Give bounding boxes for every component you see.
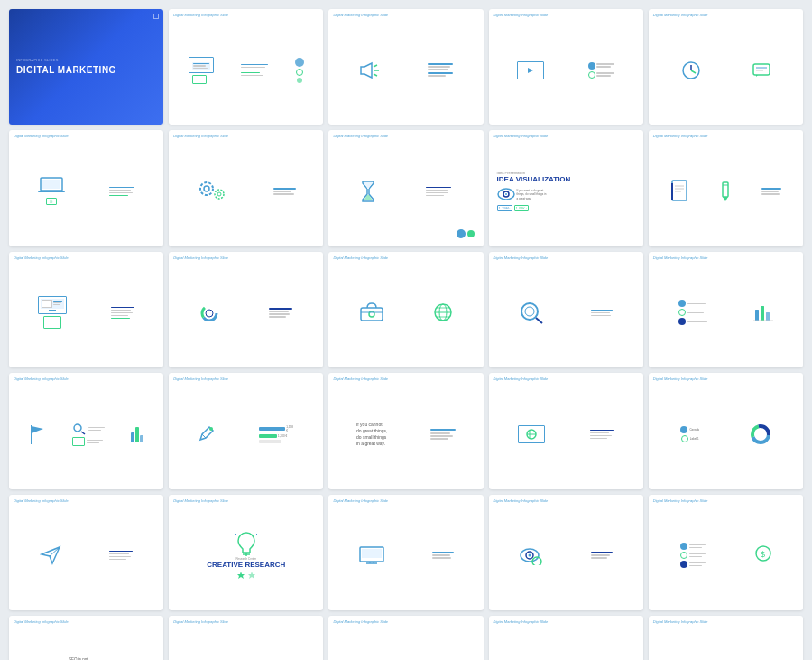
- star-icon: [236, 571, 245, 580]
- slide-25-header: Digital Marketing Infographic Slide: [653, 498, 708, 503]
- pencil-icon: [720, 181, 731, 202]
- slide-23: Digital Marketing Infographic Slide: [328, 495, 483, 610]
- monitor-icon: [38, 296, 67, 314]
- browser-icon: [189, 57, 214, 73]
- megaphone-icon: [359, 61, 381, 79]
- slide-27-header: Digital Marketing Infographic Slide: [173, 619, 228, 624]
- clock-icon: [681, 60, 701, 80]
- svg-marker-66: [248, 572, 255, 579]
- laptop2-icon: [518, 425, 545, 443]
- slide-27: Digital Marketing Infographic Slide: [169, 616, 323, 660]
- slide-4: Digital Marketing Infographic Slide: [489, 9, 643, 125]
- svg-rect-27: [723, 182, 728, 197]
- slide-26-header: Digital Marketing Infographic Slide: [14, 619, 69, 624]
- slide-5: Digital Marketing Infographic Slide: [649, 9, 803, 125]
- svg-line-43: [536, 318, 542, 323]
- slide-7: Digital Marketing Infographic Slide: [169, 130, 323, 246]
- svg-rect-8: [753, 64, 770, 75]
- eye-magnify-icon: [519, 545, 544, 565]
- pen-icon: [197, 425, 215, 443]
- slide-18: Digital Marketing Infographic Slide If y…: [328, 373, 483, 488]
- svg-line-51: [202, 434, 206, 438]
- slide-25: Digital Marketing Infographic Slide $: [649, 495, 803, 610]
- slide-22-header: Digital Marketing Infographic Slide: [173, 498, 228, 503]
- svg-point-52: [209, 427, 213, 431]
- globe-icon: [433, 302, 453, 322]
- slides-grid: INFOGRAPHIC SLIDES DIGITAL MARKETING Dig…: [9, 9, 803, 660]
- slide-3: Digital Marketing Infographic Slide: [328, 9, 483, 125]
- mobile-icon: [192, 75, 207, 84]
- svg-rect-22: [672, 181, 687, 200]
- cover-title: DIGITAL MARKETING: [16, 65, 156, 75]
- slide-21-header: Digital Marketing Infographic Slide: [14, 498, 69, 503]
- creative-research-title: CREATIVE RESEARCH: [207, 561, 285, 569]
- cover-subtitle-text: INFOGRAPHIC SLIDES: [16, 59, 156, 62]
- dollar-icon: $: [755, 545, 771, 565]
- laptop-icon: [38, 177, 65, 195]
- svg-point-49: [74, 424, 81, 432]
- slide-19: Digital Marketing Infographic Slide: [489, 373, 643, 488]
- slide-15-header: Digital Marketing Infographic Slide: [653, 256, 708, 260]
- svg-rect-46: [766, 312, 770, 321]
- slide-6-header: Digital Marketing Infographic Slide: [14, 134, 69, 138]
- video-icon: [517, 61, 544, 79]
- slide-11: Digital Marketing Infographic Slide: [9, 252, 163, 367]
- paper-plane-icon: [40, 545, 61, 565]
- slide-20-header: Digital Marketing Infographic Slide: [653, 376, 708, 381]
- chat-icon: [752, 63, 770, 78]
- svg-line-64: [255, 534, 257, 535]
- slide-2: Digital Marketing Infographic Slide: [169, 9, 323, 125]
- svg-line-7: [691, 70, 696, 73]
- bag-icon: [359, 302, 384, 322]
- slide-18-header: Digital Marketing Infographic Slide: [333, 376, 388, 381]
- svg-point-21: [505, 193, 507, 195]
- slide-5-header: Digital Marketing Infographic Slide: [653, 13, 708, 17]
- svg-text:$: $: [761, 550, 765, 559]
- slide-8-header: Digital Marketing Infographic Slide: [333, 134, 388, 138]
- slide-29: Digital Marketing Infographic Slide Qual…: [489, 616, 643, 660]
- slide-30-header: Digital Marketing Infographic Slide: [653, 619, 708, 624]
- slide-16-header: Digital Marketing Infographic Slide: [14, 376, 69, 381]
- svg-rect-13: [42, 180, 60, 189]
- slide-28: Digital Marketing Infographic Slide: [328, 616, 483, 660]
- slide-17-header: Digital Marketing Infographic Slide: [173, 376, 228, 381]
- slide-21: Digital Marketing Infographic Slide: [9, 495, 163, 610]
- tablet-icon: [43, 316, 61, 329]
- slide-17: Digital Marketing Infographic Slide 1,39…: [169, 373, 323, 488]
- svg-rect-44: [755, 310, 759, 321]
- bar-chart-icon: [753, 302, 773, 322]
- slide-10-header: Digital Marketing Infographic Slide: [653, 134, 708, 138]
- slide-3-header: Digital Marketing Infographic Slide: [333, 13, 388, 17]
- svg-line-50: [81, 432, 85, 434]
- slide-23-header: Digital Marketing Infographic Slide: [333, 498, 388, 503]
- slide-13-header: Digital Marketing Infographic Slide: [333, 256, 388, 260]
- svg-marker-4: [528, 68, 533, 73]
- slide-12-header: Digital Marketing Infographic Slide: [173, 256, 228, 260]
- slide-4-header: Digital Marketing Infographic Slide: [494, 13, 549, 17]
- svg-rect-68: [362, 549, 382, 558]
- slide-11-header: Digital Marketing Infographic Slide: [14, 256, 69, 260]
- donut-chart-icon: [751, 424, 770, 444]
- svg-point-32: [206, 310, 213, 317]
- slide-29-header: Digital Marketing Infographic Slide: [494, 619, 549, 624]
- svg-marker-0: [361, 63, 372, 78]
- slide-12: Digital Marketing Infographic Slide: [169, 252, 323, 367]
- slide-20: Digital Marketing Infographic Slide Cana…: [649, 373, 803, 488]
- slide-9-header: Digital Marketing Infographic Slide: [494, 134, 549, 138]
- svg-point-74: [528, 554, 531, 557]
- slide-cover: INFOGRAPHIC SLIDES DIGITAL MARKETING: [9, 9, 163, 125]
- svg-marker-65: [237, 572, 245, 579]
- gears-icon: [196, 178, 232, 205]
- svg-rect-14: [38, 191, 65, 192]
- svg-line-3: [374, 74, 377, 76]
- svg-point-15: [200, 182, 213, 195]
- slide-6: Digital Marketing Infographic Slide ✉: [9, 130, 163, 246]
- slide-19-header: Digital Marketing Infographic Slide: [494, 376, 549, 381]
- hourglass-icon: [361, 181, 375, 202]
- svg-rect-45: [761, 306, 764, 321]
- monitor-tools-icon: [358, 546, 385, 564]
- svg-line-1: [374, 65, 377, 67]
- slide-14: Digital Marketing Infographic Slide: [489, 252, 643, 367]
- idea-viz-title: IDEA VISUALIZATION: [497, 176, 571, 183]
- svg-point-17: [215, 190, 224, 199]
